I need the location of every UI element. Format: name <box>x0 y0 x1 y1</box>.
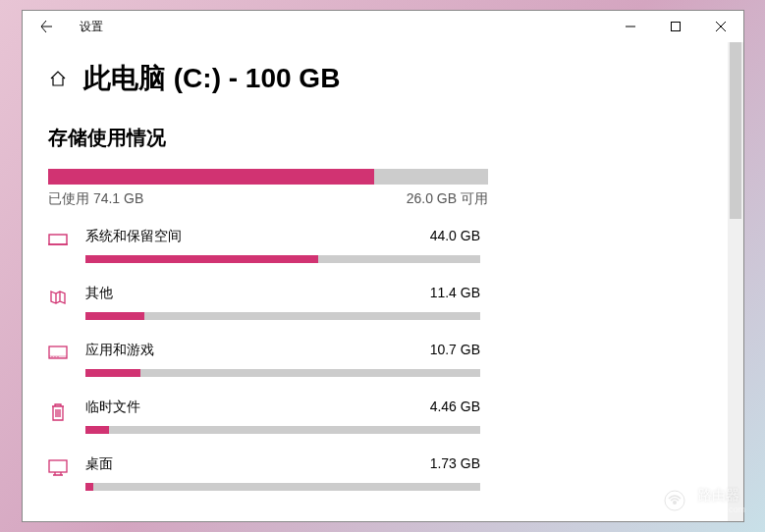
close-icon <box>716 22 726 31</box>
used-label: 已使用 74.1 GB <box>48 190 143 208</box>
trash-icon <box>48 399 68 434</box>
watermark-text-wrap: 路由器 luyouqi.com <box>698 487 745 514</box>
titlebar[interactable]: 设置 <box>23 11 743 42</box>
category-body: 应用和游戏 10.7 GB <box>85 342 480 377</box>
category-name: 其他 <box>85 285 113 302</box>
storage-labels: 已使用 74.1 GB 26.0 GB 可用 <box>48 190 488 208</box>
svg-point-9 <box>673 501 677 505</box>
category-size: 1.73 GB <box>430 455 480 473</box>
maximize-icon <box>671 22 681 31</box>
category-bar <box>85 255 480 263</box>
category-name: 桌面 <box>85 455 113 473</box>
storage-bar-fill <box>48 169 374 185</box>
category-body: 临时文件 4.46 GB <box>85 399 480 434</box>
settings-window: 设置 此电脑 (C:) - 100 GB 存储使用情况 <box>22 10 744 522</box>
free-label: 26.0 GB 可用 <box>407 190 488 208</box>
storage-bar-track <box>48 169 488 185</box>
category-body: 桌面 1.73 GB <box>85 455 480 491</box>
category-desktop[interactable]: 桌面 1.73 GB <box>48 455 480 491</box>
apps-icon <box>48 342 68 377</box>
category-size: 4.46 GB <box>430 399 480 416</box>
category-other[interactable]: 其他 11.4 GB <box>48 285 480 320</box>
category-name: 应用和游戏 <box>85 342 154 359</box>
svg-point-5 <box>54 356 55 357</box>
svg-point-4 <box>51 356 52 357</box>
scrollbar-thumb[interactable] <box>730 42 741 219</box>
category-size: 44.0 GB <box>430 228 480 245</box>
pc-icon <box>48 228 68 263</box>
back-arrow-icon <box>38 19 54 34</box>
window-title: 设置 <box>80 19 103 35</box>
watermark: 路由器 luyouqi.com <box>657 483 745 518</box>
back-button[interactable] <box>30 11 62 42</box>
header-row: 此电脑 (C:) - 100 GB <box>48 60 718 97</box>
category-system[interactable]: 系统和保留空间 44.0 GB <box>48 228 480 263</box>
map-icon <box>48 285 68 320</box>
page-title: 此电脑 (C:) - 100 GB <box>83 60 340 97</box>
monitor-icon <box>48 455 68 491</box>
category-name: 系统和保留空间 <box>85 228 182 245</box>
category-bar <box>85 426 480 434</box>
maximize-button[interactable] <box>653 11 698 42</box>
content-area: 此电脑 (C:) - 100 GB 存储使用情况 已使用 74.1 GB 26.… <box>23 42 743 521</box>
scrollbar[interactable] <box>728 42 743 521</box>
watermark-sub: luyouqi.com <box>698 505 745 514</box>
category-bar <box>85 483 480 491</box>
category-name: 临时文件 <box>85 399 140 416</box>
category-bar <box>85 369 480 377</box>
storage-usage-bar <box>48 169 488 185</box>
category-size: 10.7 GB <box>430 342 480 359</box>
home-button[interactable] <box>48 69 68 88</box>
category-bar <box>85 312 480 320</box>
home-icon <box>49 70 67 87</box>
minimize-icon <box>626 22 635 31</box>
category-body: 其他 11.4 GB <box>85 285 480 320</box>
minimize-button[interactable] <box>608 11 653 42</box>
section-title: 存储使用情况 <box>48 125 718 151</box>
category-body: 系统和保留空间 44.0 GB <box>85 228 480 263</box>
category-temp[interactable]: 临时文件 4.46 GB <box>48 399 480 434</box>
watermark-logo <box>657 483 692 518</box>
watermark-text: 路由器 <box>698 487 745 505</box>
svg-rect-1 <box>49 235 67 244</box>
category-apps[interactable]: 应用和游戏 10.7 GB <box>48 342 480 377</box>
close-button[interactable] <box>698 11 743 42</box>
category-size: 11.4 GB <box>430 285 480 302</box>
svg-rect-7 <box>49 460 67 472</box>
svg-point-6 <box>57 356 58 357</box>
window-controls <box>608 11 743 42</box>
svg-rect-0 <box>672 23 681 31</box>
